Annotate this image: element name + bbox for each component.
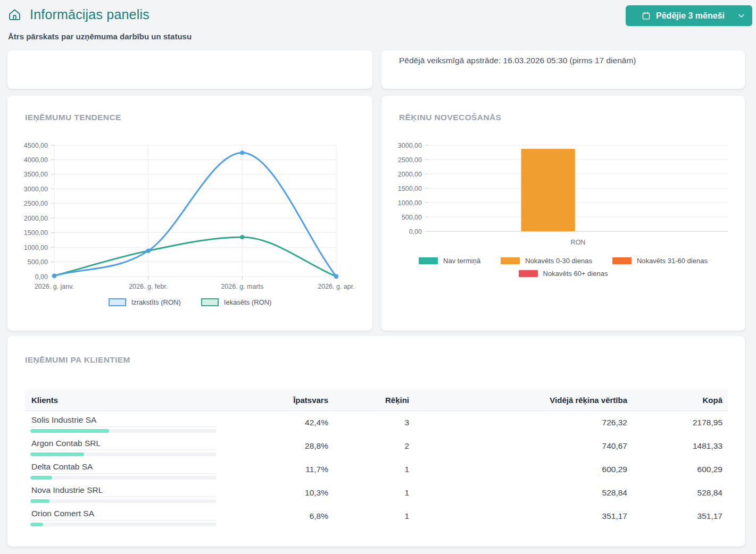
clients-table-body: Solis Industrie SA42,4%3726,322178,95Arg… bbox=[25, 411, 728, 528]
svg-text:1000,00: 1000,00 bbox=[398, 199, 422, 207]
dashboard-main: Pēdējā veiksmīgā apstrāde: 16.03.2026 05… bbox=[0, 41, 756, 547]
client-share-bar-fill bbox=[30, 452, 84, 456]
line-point bbox=[146, 249, 151, 253]
svg-text:2000,00: 2000,00 bbox=[24, 215, 48, 222]
legend-item-Nokavēts 31-60 dienas[interactable]: Nokavēts 31-60 dienas bbox=[612, 257, 708, 265]
legend-item-Nav termiņā[interactable]: Nav termiņā bbox=[419, 257, 480, 265]
svg-text:2026. g. apr.: 2026. g. apr. bbox=[318, 283, 355, 290]
svg-text:1000,00: 1000,00 bbox=[24, 244, 48, 251]
total-value: 1481,33 bbox=[633, 439, 728, 458]
share-value: 42,4% bbox=[232, 415, 334, 434]
svg-text:3000,00: 3000,00 bbox=[398, 142, 422, 149]
clients-table-header: Klients Īpatsvars Rēķini Vidējā rēķina v… bbox=[25, 389, 728, 411]
legend-swatch bbox=[519, 270, 538, 277]
legend-label: Nokavēts 31-60 dienas bbox=[637, 257, 708, 265]
client-share-bar-track bbox=[30, 499, 217, 503]
svg-text:2000,00: 2000,00 bbox=[398, 171, 422, 178]
legend-label: Izrakstīts (RON) bbox=[131, 298, 181, 306]
clients-table: Klients Īpatsvars Rēķini Vidējā rēķina v… bbox=[25, 389, 728, 528]
total-value: 351,17 bbox=[633, 509, 728, 528]
col-header-client: Klients bbox=[25, 396, 232, 405]
svg-text:2500,00: 2500,00 bbox=[398, 156, 422, 164]
revenue-trend-card: IEŅĒMUMU TENDENCE 4500,004000,003500,003… bbox=[7, 96, 372, 331]
svg-text:500,00: 500,00 bbox=[28, 258, 48, 266]
avg-invoice-value: 740,67 bbox=[414, 439, 633, 458]
client-share-bar-fill bbox=[30, 476, 52, 480]
legend-swatch bbox=[612, 257, 632, 264]
svg-text:1500,00: 1500,00 bbox=[398, 185, 422, 192]
line-point bbox=[334, 274, 338, 279]
total-value: 2178,95 bbox=[633, 415, 728, 434]
table-row: Argon Contab SRL28,8%2740,671481,33 bbox=[25, 434, 728, 458]
table-row: Delta Contab SA11,7%1600,29600,29 bbox=[25, 458, 728, 481]
col-header-avg: Vidējā rēķina vērtība bbox=[414, 396, 633, 405]
invoices-count: 3 bbox=[334, 415, 414, 434]
svg-text:3000,00: 3000,00 bbox=[24, 186, 48, 193]
col-header-total: Kopā bbox=[633, 396, 728, 405]
share-value: 10,3% bbox=[232, 485, 334, 505]
svg-text:3500,00: 3500,00 bbox=[24, 171, 48, 178]
client-link[interactable]: Argon Contab SRL bbox=[30, 439, 215, 450]
client-cell: Delta Contab SA bbox=[25, 462, 232, 481]
client-share-bar-track bbox=[30, 476, 217, 480]
home-icon[interactable] bbox=[8, 8, 21, 21]
legend-item-Nokavēts 0-30 dienas[interactable]: Nokavēts 0-30 dienas bbox=[501, 257, 592, 265]
svg-text:2026. g. janv.: 2026. g. janv. bbox=[35, 283, 74, 290]
share-value: 11,7% bbox=[232, 462, 334, 481]
client-link[interactable]: Solis Industrie SA bbox=[30, 415, 215, 427]
dashboard-page: Informācijas panelis Pēdējie 3 mēneši bbox=[0, 0, 756, 547]
svg-text:RON: RON bbox=[571, 239, 586, 246]
svg-text:0,00: 0,00 bbox=[35, 273, 48, 281]
clients-revenue-title: IEŅĒMUMI PA KLIENTIEM bbox=[25, 355, 745, 365]
client-cell: Nova Industrie SRL bbox=[25, 485, 232, 505]
line-series-Izrakstīts (RON) bbox=[54, 153, 336, 276]
client-share-bar-fill bbox=[30, 499, 49, 503]
legend-item-Izrakstīts (RON)[interactable]: Izrakstīts (RON) bbox=[109, 298, 181, 306]
legend-swatch bbox=[501, 257, 520, 264]
revenue-trend-title: IEŅĒMUMU TENDENCE bbox=[25, 113, 372, 122]
svg-text:4000,00: 4000,00 bbox=[24, 156, 48, 164]
invoice-aging-title: RĒĶINU NOVECOŠANĀS bbox=[399, 113, 745, 122]
page-title: Informācijas panelis bbox=[30, 5, 149, 23]
avg-invoice-value: 351,17 bbox=[414, 509, 633, 528]
client-share-bar-track bbox=[30, 523, 217, 526]
svg-text:500,00: 500,00 bbox=[402, 214, 422, 221]
client-link[interactable]: Delta Contab SA bbox=[30, 462, 215, 474]
client-share-bar-track bbox=[30, 452, 217, 456]
client-cell: Solis Industrie SA bbox=[25, 415, 232, 434]
col-header-invoices: Rēķini bbox=[334, 396, 414, 405]
table-row: Orion Comert SA6,8%1351,17351,17 bbox=[25, 505, 728, 528]
svg-text:2026. g. febr.: 2026. g. febr. bbox=[129, 283, 168, 290]
topbar: Informācijas panelis Pēdējie 3 mēneši bbox=[0, 0, 756, 41]
share-value: 28,8% bbox=[232, 439, 334, 458]
client-share-bar-fill bbox=[30, 523, 43, 526]
invoice-aging-legend: Nav termiņāNokavēts 0-30 dienasNokavēts … bbox=[398, 257, 728, 278]
period-filter-button[interactable]: Pēdējie 3 mēneši bbox=[626, 5, 752, 26]
invoices-count: 1 bbox=[334, 485, 414, 505]
legend-item-Iekasēts (RON)[interactable]: Iekasēts (RON) bbox=[201, 298, 272, 306]
legend-label: Nokavēts 0-30 dienas bbox=[525, 257, 592, 265]
invoices-count: 1 bbox=[334, 509, 414, 528]
total-value: 600,29 bbox=[633, 462, 728, 481]
period-filter-label: Pēdējie 3 mēneši bbox=[656, 11, 725, 21]
legend-label: Iekasēts (RON) bbox=[224, 298, 272, 306]
last-processing-status: Pēdējā veiksmīgā apstrāde: 16.03.2026 05… bbox=[399, 55, 727, 65]
invoices-count: 1 bbox=[334, 462, 414, 481]
svg-text:1500,00: 1500,00 bbox=[24, 229, 48, 237]
kpi-card-empty bbox=[7, 51, 372, 89]
line-chart-grid: 4500,004000,003500,003000,002500,002000,… bbox=[24, 142, 355, 291]
client-link[interactable]: Nova Industrie SRL bbox=[30, 485, 215, 497]
bar-Nokavēts 0-30 dienas bbox=[521, 149, 575, 231]
client-share-bar-fill bbox=[30, 429, 109, 433]
legend-swatch bbox=[201, 298, 219, 306]
svg-text:4500,00: 4500,00 bbox=[24, 142, 48, 149]
legend-swatch bbox=[109, 298, 126, 306]
client-link[interactable]: Orion Comert SA bbox=[30, 509, 215, 521]
revenue-trend-legend: Izrakstīts (RON)Iekasēts (RON) bbox=[7, 298, 372, 306]
client-share-bar-track bbox=[30, 429, 217, 433]
svg-text:2500,00: 2500,00 bbox=[24, 200, 48, 207]
legend-item-Nokavēts 60+ dienas[interactable]: Nokavēts 60+ dienas bbox=[519, 270, 608, 278]
line-point bbox=[240, 150, 244, 155]
svg-text:2026. g. marts: 2026. g. marts bbox=[221, 283, 263, 290]
clients-revenue-card: IEŅĒMUMI PA KLIENTIEM Klients Īpatsvars … bbox=[7, 336, 745, 547]
